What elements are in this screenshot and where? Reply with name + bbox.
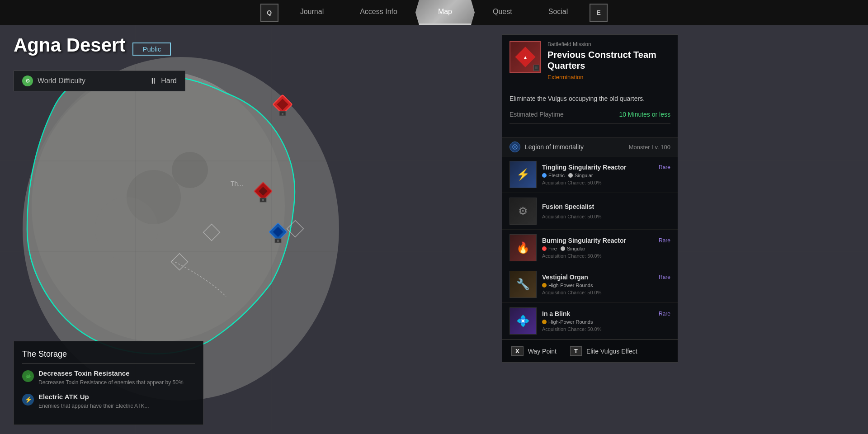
- drop-tag-label: Singular: [567, 246, 585, 251]
- effect-electric-name: Electric ATK Up: [38, 393, 149, 401]
- difficulty-right: ⏸ Hard: [149, 76, 177, 86]
- drop-item-vestigial: 🔧 Vestigial Organ Rare High-Power Rounds…: [502, 266, 678, 303]
- drop-name-burning: Burning Singularity Reactor: [542, 237, 626, 244]
- mission-type: Battlefield Mission: [547, 41, 670, 47]
- marker-icon-blue: II: [268, 222, 288, 245]
- drop-tag-label: Singular: [575, 173, 593, 178]
- drop-name-fusion: Fusion Specialist: [542, 203, 594, 210]
- effect-electric-icon: ⚡: [22, 394, 34, 406]
- pause-icon: ⏸: [149, 76, 157, 86]
- marker-icon-red: II: [271, 93, 294, 118]
- drop-thumb-glyph: ⚡: [516, 168, 530, 181]
- effect-toxin-desc: Decreases Toxin Resistance of enemies th…: [38, 379, 184, 387]
- drop-name-row-vestigial: Vestigial Organ Rare: [542, 274, 670, 281]
- svg-point-6: [95, 197, 158, 260]
- difficulty-label: World Difficulty: [38, 77, 85, 85]
- nav-item-journal[interactable]: Journal: [282, 0, 342, 25]
- effect-electric-desc: Enemies that appear have their Electric …: [38, 402, 149, 410]
- svg-text:II: II: [262, 198, 264, 202]
- drop-rarity-tingling: Rare: [659, 164, 670, 170]
- drop-chance-fusion: Acquisition Chance: 50.0%: [542, 214, 670, 219]
- drop-tag-dot: [542, 246, 547, 251]
- legion-icon-svg: [512, 144, 518, 150]
- drop-thumb-inner: ⚡: [510, 161, 536, 188]
- drop-thumb-glyph: 🔧: [516, 278, 530, 291]
- drop-item-burning: 🔥 Burning Singularity Reactor Rare Fire …: [502, 230, 678, 266]
- drop-tag-dot: [561, 246, 565, 251]
- effect-toxin-info: Decreases Toxin Resistance Decreases Tox…: [38, 369, 184, 387]
- legion-icon: [509, 142, 520, 152]
- drop-tag-burning-singular: Singular: [561, 246, 585, 251]
- drop-rarity-burning: Rare: [659, 237, 670, 244]
- effect-toxin-name: Decreases Toxin Resistance: [38, 369, 184, 377]
- legion-left: Legion of Immortality: [509, 142, 584, 152]
- mission-panel: ▲ II Battlefield Mission Previous Constr…: [502, 34, 678, 363]
- effect-toxin-icon: ☠: [22, 370, 34, 382]
- drop-tags-tingling: Electric Singular: [542, 173, 670, 178]
- drop-thumb-inablink: 💠: [509, 307, 537, 335]
- storage-panel: The Storage ☠ Decreases Toxin Resistance…: [14, 341, 203, 425]
- drop-chance-burning: Acquisition Chance: 50.0%: [542, 253, 670, 259]
- playtime-row: Estimated Playtime 10 Minutes or less: [509, 111, 670, 124]
- mission-header: ▲ II Battlefield Mission Previous Constr…: [502, 35, 678, 87]
- effect-toxin: ☠ Decreases Toxin Resistance Decreases T…: [22, 369, 195, 387]
- left-key-button[interactable]: Q: [260, 4, 278, 22]
- drop-tag-tingling-singular: Singular: [568, 173, 593, 178]
- mission-bottom-bar: X Way Point T Elite Vulgus Effect: [502, 340, 678, 362]
- legion-row: Legion of Immortality Monster Lv. 100: [502, 137, 678, 156]
- drop-info-tingling: Tingling Singularity Reactor Rare Electr…: [542, 164, 670, 185]
- difficulty-bar[interactable]: ⚙ World Difficulty ⏸ Hard: [14, 71, 185, 91]
- difficulty-value: Hard: [161, 77, 177, 85]
- nav-item-access-info[interactable]: Access Info: [342, 0, 415, 25]
- drop-items-container: ⚡ Tingling Singularity Reactor Rare Elec…: [502, 156, 678, 340]
- drop-name-row-fusion: Fusion Specialist: [542, 203, 670, 210]
- rank-badge: II: [533, 65, 539, 71]
- drop-tags-vestigial: High-Power Rounds: [542, 283, 670, 288]
- effect-electric-info: Electric ATK Up Enemies that appear have…: [38, 393, 149, 410]
- drop-thumb-inner: 🔧: [510, 271, 536, 297]
- difficulty-left: ⚙ World Difficulty: [22, 75, 85, 86]
- drop-tag-label: High-Power Rounds: [548, 283, 593, 288]
- drop-thumb-burning: 🔥: [509, 234, 537, 261]
- drop-tag-burning-fire: Fire: [542, 246, 557, 251]
- drop-tag-inablink-high-power-rounds: High-Power Rounds: [542, 319, 593, 325]
- drop-info-fusion: Fusion Specialist Acquisition Chance: 50…: [542, 203, 670, 219]
- waypoint-label: Way Point: [528, 348, 557, 355]
- marker-battlefield-secondary[interactable]: II: [253, 181, 273, 206]
- drop-tag-tingling-electric: Electric: [542, 173, 565, 178]
- drop-tag-dot: [568, 173, 573, 178]
- action-waypoint[interactable]: X Way Point: [511, 346, 557, 356]
- drop-item-inablink: 💠 In a Blink Rare High-Power Rounds Acqu…: [502, 303, 678, 340]
- mission-scroll[interactable]: ▲ II Battlefield Mission Previous Constr…: [502, 35, 678, 340]
- mission-icon: ▲ II: [509, 41, 541, 73]
- marker-battlefield-main[interactable]: II: [271, 93, 294, 120]
- drop-chance-tingling: Acquisition Chance: 50.0%: [542, 180, 670, 185]
- drop-info-burning: Burning Singularity Reactor Rare Fire Si…: [542, 237, 670, 259]
- effect-electric: ⚡ Electric ATK Up Enemies that appear ha…: [22, 393, 195, 410]
- top-navigation: Q Journal Access Info Map Quest Social E: [0, 0, 868, 25]
- drop-thumb-glyph: ⚙: [518, 205, 528, 217]
- mission-icon-inner: ▲: [517, 49, 533, 65]
- storage-title: The Storage: [22, 349, 195, 364]
- drop-chance-inablink: Acquisition Chance: 50.0%: [542, 326, 670, 332]
- drop-tag-dot: [542, 320, 547, 324]
- drop-name-vestigial: Vestigial Organ: [542, 274, 588, 281]
- visibility-badge[interactable]: Public: [132, 42, 171, 56]
- right-key-button[interactable]: E: [590, 4, 608, 22]
- nav-item-quest[interactable]: Quest: [475, 0, 530, 25]
- drop-tag-dot: [542, 173, 547, 178]
- drop-thumb-inner: ⚙: [510, 198, 536, 224]
- nav-item-social[interactable]: Social: [530, 0, 586, 25]
- monster-level: Monster Lv. 100: [629, 144, 670, 151]
- marker-blue[interactable]: II: [268, 222, 288, 246]
- drop-info-inablink: In a Blink Rare High-Power Rounds Acquis…: [542, 310, 670, 332]
- drop-item-tingling: ⚡ Tingling Singularity Reactor Rare Elec…: [502, 156, 678, 193]
- map-area: Th... II II: [0, 25, 868, 434]
- nav-item-map[interactable]: Map: [415, 0, 475, 25]
- svg-text:II: II: [282, 113, 283, 116]
- drop-tag-label: Electric: [548, 173, 565, 178]
- mission-title-block: Battlefield Mission Previous Construct T…: [547, 41, 670, 80]
- drop-rarity-inablink: Rare: [659, 311, 670, 317]
- mission-body: Eliminate the Vulgus occupying the old q…: [502, 87, 678, 137]
- action-elite-effect[interactable]: T Elite Vulgus Effect: [570, 346, 637, 356]
